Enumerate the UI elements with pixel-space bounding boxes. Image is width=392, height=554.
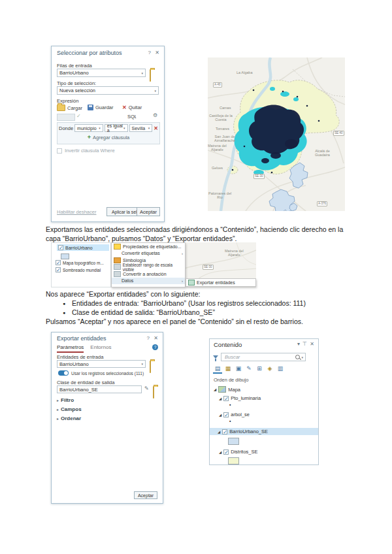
tree-item-layer[interactable]: ◢ ✓ Pto_luminaria xyxy=(218,395,262,402)
symbology-icon xyxy=(114,257,121,263)
checkbox-icon[interactable]: ✓ xyxy=(223,412,229,417)
layer-row-barriourbano[interactable]: ✓ BarrioUrbano xyxy=(57,244,109,251)
close-icon[interactable]: ✕ xyxy=(155,50,159,56)
help-icon[interactable]: ? xyxy=(148,50,151,56)
toggle-label: Usar los registros seleccionados (111) xyxy=(71,371,144,376)
section-fields[interactable]: ▸ Campos xyxy=(57,406,82,412)
help-icon[interactable]: ? xyxy=(147,335,150,341)
accept-button[interactable]: Aceptar xyxy=(134,491,157,499)
close-icon[interactable]: ✕ xyxy=(310,341,314,347)
close-icon[interactable]: ✕ xyxy=(154,335,158,341)
expand-icon[interactable]: ◢ xyxy=(219,413,221,417)
filter-icon[interactable] xyxy=(213,355,218,359)
add-clause-label: Agregar cláusula xyxy=(93,135,129,140)
enable-undo-link[interactable]: Habilitar deshacer xyxy=(57,209,96,215)
expand-icon[interactable]: ◢ xyxy=(214,387,216,391)
layer-swatch[interactable] xyxy=(61,253,69,259)
chevron-down-icon: ▾ xyxy=(141,362,143,366)
list-by-drawing-order-icon[interactable]: ▤ xyxy=(213,364,222,374)
clause-value-value: Sevilla xyxy=(132,126,146,131)
dialog-title: Exportar entidades xyxy=(57,335,106,342)
expand-icon[interactable]: ◢ xyxy=(219,397,221,400)
checkbox-icon[interactable]: ✓ xyxy=(58,245,63,250)
invert-where-checkbox[interactable]: Invertir cláusula Where xyxy=(57,148,115,154)
search-icon[interactable] xyxy=(295,355,300,359)
expression-mode-buttons[interactable] xyxy=(57,114,75,121)
bullet-item: Entidades de entrada: “BarrioUrbano” (Us… xyxy=(72,299,346,308)
tab-environments[interactable]: Entornos xyxy=(90,344,111,353)
browse-folder-icon[interactable] xyxy=(150,69,151,82)
clause-operator-combo[interactable]: es igual a ▾ xyxy=(105,124,128,132)
selection-type-combo[interactable]: Nueva selección ▾ xyxy=(57,86,159,95)
use-selected-records-toggle[interactable]: Usar los registros seleccionados (111) xyxy=(58,370,157,376)
expand-icon[interactable]: ◢ xyxy=(218,430,220,434)
map-label: Mairena del Aljarafe xyxy=(225,249,244,257)
map-label: Camas xyxy=(220,106,231,110)
section-filter[interactable]: ▸ Filtro xyxy=(57,397,74,403)
chevron-down-icon: ▾ xyxy=(123,126,125,130)
section-sort[interactable]: ▸ Ordenar xyxy=(57,416,81,421)
chevron-down-icon[interactable]: ▾ xyxy=(141,71,143,75)
section-label: Campos xyxy=(61,406,82,412)
input-features-combo[interactable]: BarrioUrbano ▾ xyxy=(57,360,146,368)
edit-pencil-icon[interactable]: ✎ xyxy=(144,385,149,391)
list-by-charts-icon[interactable]: ▥ xyxy=(276,364,285,372)
tree-item-layer[interactable]: ◢ ✓ Distritos_SE xyxy=(218,448,259,455)
menu-item-labeling-properties[interactable]: Propiedades de etiquetado... xyxy=(112,243,185,250)
road-shield: SE-30 xyxy=(203,265,214,270)
accept-button[interactable]: Aceptar xyxy=(137,207,160,216)
clause-value-combo[interactable]: Sevilla ▾ xyxy=(129,124,153,132)
invert-where-label: Invertir cláusula Where xyxy=(65,148,115,154)
expand-icon: ▸ xyxy=(57,407,59,412)
remove-button[interactable]: ✕ Quitar xyxy=(122,105,142,110)
input-rows-combo[interactable]: BarrioUrbano ▾ xyxy=(57,69,146,77)
menu-item-scale-range[interactable]: Establecer rango de escala visible xyxy=(112,264,185,271)
save-button[interactable]: Guardar xyxy=(88,105,114,110)
checkbox-icon[interactable]: ✓ xyxy=(56,260,61,265)
chevron-down-icon[interactable]: ▾ xyxy=(301,355,303,359)
tree-item-layer-selected[interactable]: ◢ ✓ BarrioUrbano_SE xyxy=(210,428,318,435)
submenu-item-export-features[interactable]: Exportar entidades xyxy=(197,280,235,285)
list-by-snapping-icon[interactable]: ⊞ xyxy=(255,364,264,372)
map-label: Mairena del Aljarafe xyxy=(208,144,227,152)
road-shield: A-49 xyxy=(213,82,222,88)
list-by-labeling-icon[interactable]: ◈ xyxy=(265,364,274,372)
tool-help-icon[interactable]: ? xyxy=(152,344,158,350)
add-clause-button[interactable]: + Agregar cláusula xyxy=(57,134,159,140)
paragraph: Pulsamos “Aceptar” y nos aparece en el p… xyxy=(46,318,349,327)
load-button[interactable]: Cargar xyxy=(57,105,82,111)
checkbox-icon[interactable]: ✓ xyxy=(56,267,61,272)
polygon-swatch-yellow[interactable] xyxy=(228,457,239,464)
menu-item-data[interactable]: Datos › xyxy=(112,278,185,285)
gear-icon[interactable]: ⚙ xyxy=(153,112,157,118)
list-by-selection-icon[interactable]: ▣ xyxy=(234,364,243,372)
road-shield: SE-30 xyxy=(253,174,265,179)
remove-icon: ✕ xyxy=(122,105,127,110)
tab-parameters[interactable]: Parámetros xyxy=(57,344,84,353)
list-by-data-source-icon[interactable]: ▦ xyxy=(223,364,233,372)
search-input[interactable] xyxy=(223,353,295,361)
menu-item-convert-labels[interactable]: Convertir etiquetas › xyxy=(112,250,185,257)
clause-field-combo[interactable]: municipio ▾ xyxy=(74,124,103,132)
chevron-down-icon[interactable]: ▾ xyxy=(154,89,156,93)
browse-folder-icon[interactable] xyxy=(153,386,154,399)
checkbox-icon[interactable]: ✓ xyxy=(222,429,227,434)
point-symbol[interactable]: ▪ xyxy=(229,419,231,423)
tree-item-layer[interactable]: ◢ ✓ arbol_se xyxy=(218,411,251,418)
section-label: Ordenar xyxy=(61,416,81,421)
expand-icon[interactable]: ◢ xyxy=(219,450,221,454)
list-by-editing-icon[interactable]: ✎ xyxy=(244,364,253,372)
checkbox-icon[interactable]: ✓ xyxy=(223,449,229,455)
checkbox-icon[interactable]: ✓ xyxy=(223,396,229,401)
delete-clause-icon[interactable]: ✕ xyxy=(154,125,158,131)
polygon-swatch-blue[interactable] xyxy=(228,438,239,445)
tree-item-map[interactable]: ◢ Mapa xyxy=(212,385,242,393)
point-symbol[interactable]: ▪ xyxy=(229,403,231,407)
layer-row-topographic[interactable]: ✓ Mapa topográfico m... xyxy=(54,259,109,266)
data-submenu: Exportar entidades xyxy=(186,278,256,287)
collapse-icon[interactable]: ▾ xyxy=(297,341,300,347)
output-feature-class-input[interactable]: BarrioUrbano_SE xyxy=(57,385,142,393)
pin-icon[interactable]: ⊤ xyxy=(302,341,307,347)
layer-row-hillshade[interactable]: ✓ Sombreado mundial xyxy=(54,267,109,273)
verify-icon[interactable]: ✓ xyxy=(76,113,81,119)
